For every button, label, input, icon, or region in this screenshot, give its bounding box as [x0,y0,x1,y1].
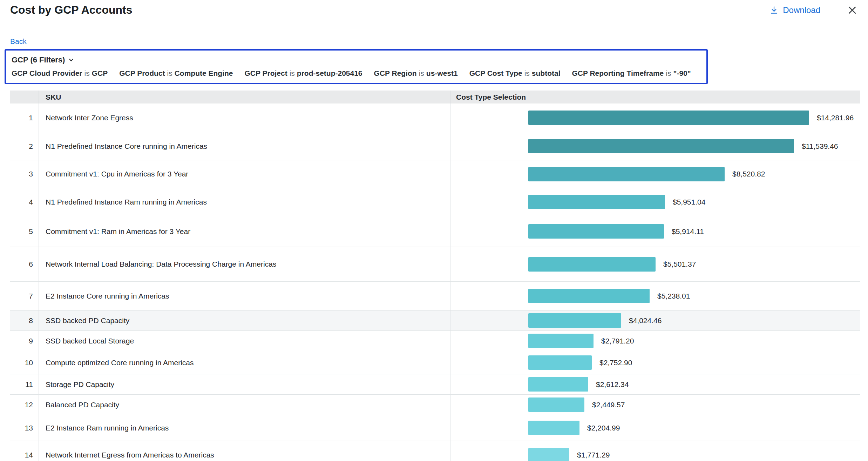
row-index: 6 [10,247,39,281]
cost-bar[interactable] [528,421,579,435]
table-row[interactable]: 6Network Internal Load Balancing: Data P… [10,247,860,282]
table-row[interactable]: 10Compute optimized Core running in Amer… [10,351,860,374]
filter-value: us-west1 [426,69,458,78]
filter-value: subtotal [532,69,561,78]
filter-item: GCP Cost Type is subtotal [469,69,561,78]
sku-cell: Storage PD Capacity [39,374,450,394]
cost-value: $5,238.01 [657,292,690,300]
cost-bar[interactable] [528,448,569,461]
row-index: 5 [10,216,39,247]
cost-bar[interactable] [528,224,664,239]
filters-summary-label: GCP (6 Filters) [12,55,65,65]
table-row[interactable]: 12Balanced PD Capacity$2,449.57 [10,395,860,415]
cost-bar[interactable] [528,397,584,412]
filter-item: GCP Product is Compute Engine [119,69,233,78]
download-icon [769,6,779,15]
row-index: 3 [10,160,39,188]
row-index: 2 [10,132,39,160]
sku-cell: N1 Predefined Instance Core running in A… [39,132,450,160]
row-index: 11 [10,374,39,394]
filter-field: GCP Reporting Timeframe [572,69,664,78]
cost-value: $2,204.99 [587,424,620,432]
table-row[interactable]: 11Storage PD Capacity$2,612.34 [10,374,860,395]
close-icon [847,11,857,16]
filters-panel: GCP (6 Filters) GCP Cloud Provider is GC… [5,49,708,84]
table-row[interactable]: 1Network Inter Zone Egress$14,281.96 [10,103,860,132]
sku-cell: SSD backed PD Capacity [39,310,450,330]
page-title: Cost by GCP Accounts [10,4,133,16]
chart-cell: $5,951.04 [450,188,860,216]
cost-value: $2,791.20 [601,337,634,345]
chart-cell: $14,281.96 [450,103,860,132]
cost-bar[interactable] [528,313,621,328]
cost-bar[interactable] [528,377,588,392]
table-header: SKU Cost Type Selection [10,91,860,103]
back-link[interactable]: Back [10,37,27,46]
table-row[interactable]: 7E2 Instance Core running in Americas$5,… [10,282,860,310]
header-actions: Download [769,5,857,15]
cost-bar[interactable] [528,111,809,125]
chart-cell: $5,501.37 [450,247,860,281]
cost-value: $5,501.37 [663,260,696,268]
chart-cell: $1,771.29 [450,441,860,461]
filter-item: GCP Cloud Provider is GCP [12,69,108,78]
filter-item: GCP Region is us-west1 [374,69,458,78]
column-header-cost-type[interactable]: Cost Type Selection [450,91,860,103]
cost-value: $8,520.82 [732,170,765,178]
cost-bar[interactable] [528,355,592,370]
table-row[interactable]: 4N1 Predefined Instance Ram running in A… [10,188,860,216]
filter-value: GCP [92,69,108,78]
filter-items: GCP Cloud Provider is GCP GCP Product is… [12,69,701,78]
filters-dropdown-toggle[interactable]: GCP (6 Filters) [12,54,701,66]
row-index: 7 [10,282,39,310]
download-button[interactable]: Download [769,5,820,15]
table-row[interactable]: 8SSD backed PD Capacity$4,024.46 [10,310,860,331]
chart-cell: $11,539.46 [450,132,860,160]
sku-cell: Commitment v1: Ram in Americas for 3 Yea… [39,216,450,247]
chart-cell: $4,024.46 [450,310,860,330]
chart-cell: $2,752.90 [450,351,860,374]
filter-operator: is [167,69,172,78]
filter-field: GCP Cloud Provider [12,69,82,78]
chart-cell: $8,520.82 [450,160,860,188]
sku-cell: SSD backed Local Storage [39,331,450,351]
cost-value: $4,024.46 [629,316,662,325]
chart-cell: $2,204.99 [450,415,860,441]
filter-field: GCP Project [244,69,287,78]
filter-item: GCP Reporting Timeframe is "-90" [572,69,691,78]
sku-cell: Commitment v1: Cpu in Americas for 3 Yea… [39,160,450,188]
cost-value: $2,752.90 [599,359,632,367]
table-row[interactable]: 3Commitment v1: Cpu in Americas for 3 Ye… [10,160,860,188]
cost-bar[interactable] [528,289,650,303]
chart-cell: $2,449.57 [450,395,860,415]
table-row[interactable]: 2N1 Predefined Instance Core running in … [10,132,860,160]
cost-bar[interactable] [528,334,594,348]
column-header-index [10,91,39,103]
table-body: 1Network Inter Zone Egress$14,281.962N1 … [10,103,860,461]
sku-cell: E2 Instance Ram running in Americas [39,415,450,441]
cost-bar[interactable] [528,195,665,209]
cost-value: $14,281.96 [817,114,854,122]
table-row[interactable]: 5Commitment v1: Ram in Americas for 3 Ye… [10,216,860,247]
cost-value: $2,449.57 [592,401,625,409]
chart-cell: $5,238.01 [450,282,860,310]
row-index: 4 [10,188,39,216]
close-button[interactable] [847,5,857,15]
table-row[interactable]: 9SSD backed Local Storage$2,791.20 [10,331,860,351]
column-header-sku[interactable]: SKU [39,91,450,103]
cost-bar[interactable] [528,257,656,272]
table-row[interactable]: 14Network Internet Egress from Americas … [10,441,860,461]
filter-field: GCP Product [119,69,165,78]
chart-cell: $5,914.11 [450,216,860,247]
chart-cell: $2,612.34 [450,374,860,394]
cost-table: SKU Cost Type Selection 1Network Inter Z… [10,91,860,461]
row-index: 10 [10,351,39,374]
filter-operator: is [84,69,89,78]
cost-bar[interactable] [528,167,725,181]
cost-value: $2,612.34 [596,380,629,389]
table-row[interactable]: 13E2 Instance Ram running in Americas$2,… [10,415,860,441]
row-index: 1 [10,103,39,132]
filter-value: Compute Engine [175,69,233,78]
cost-bar[interactable] [528,139,794,153]
filter-operator: is [524,69,530,78]
